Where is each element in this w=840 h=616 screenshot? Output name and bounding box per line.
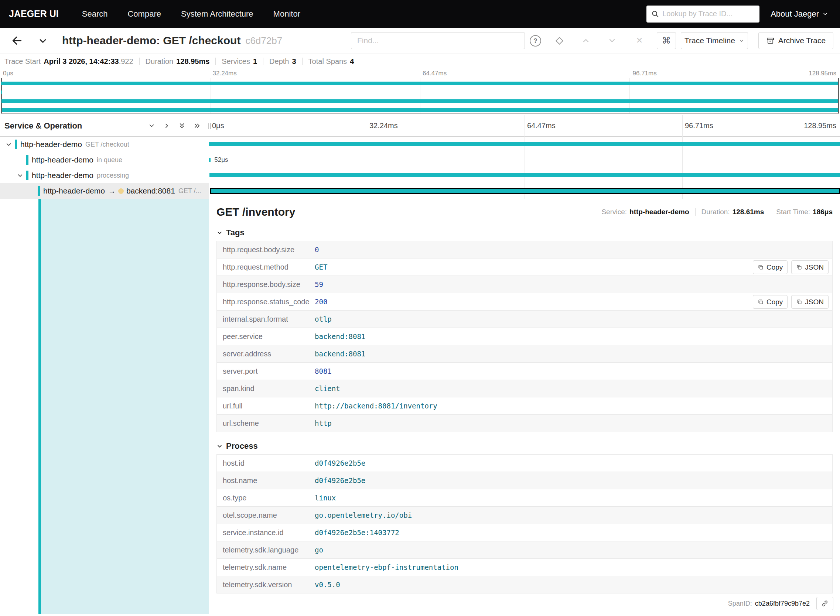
kv-row[interactable]: http.request.body.size0 <box>217 241 832 258</box>
kv-row[interactable]: server.port8081 <box>217 363 832 380</box>
find-input[interactable] <box>351 32 525 49</box>
services-value: 1 <box>253 57 257 66</box>
timeline-header: 0μs32.24ms64.47ms96.71ms128.95ms <box>209 115 840 136</box>
span-duration-bar[interactable] <box>210 173 840 177</box>
total-spans-value: 4 <box>350 57 354 66</box>
clear-search-button[interactable]: ✕ <box>633 34 646 47</box>
trace-header-collapse-toggle[interactable] <box>38 36 48 46</box>
deep-link-button[interactable] <box>817 597 833 610</box>
remote-service-name: backend:8081 <box>126 186 175 195</box>
kv-row[interactable]: service.instance.idd0f4926e2b5e:1403772 <box>217 524 832 541</box>
kv-row[interactable]: span.kindclient <box>217 380 832 397</box>
trace-lookup-input[interactable] <box>662 10 755 18</box>
span-color-bar <box>38 186 40 196</box>
timeline-tick: 0μs <box>3 70 13 77</box>
top-navbar: JAEGER UI SearchCompareSystem Architectu… <box>0 0 840 28</box>
copy-value-button[interactable]: Copy <box>753 260 787 274</box>
collapse-one-button[interactable] <box>148 122 155 129</box>
copy-icon <box>796 264 802 270</box>
span-operation-name: in queue <box>97 156 122 164</box>
collapse-all-button[interactable] <box>178 122 185 129</box>
keyboard-shortcuts-button[interactable]: ⌘ <box>657 32 676 49</box>
nav-item-monitor[interactable]: Monitor <box>263 0 310 28</box>
span-duration-bar[interactable] <box>209 142 840 146</box>
kv-key: telemetry.sdk.name <box>217 563 315 572</box>
next-result-button[interactable] <box>605 34 619 47</box>
kv-row[interactable]: telemetry.sdk.languagego <box>217 541 832 559</box>
span-timeline-cell <box>209 183 840 199</box>
kv-row[interactable]: internal.span.formatotlp <box>217 311 832 328</box>
nav-item-system-architecture[interactable]: System Architecture <box>171 0 263 28</box>
span-row[interactable]: http-header-demo→backend:8081GET /... <box>0 183 840 199</box>
span-detail-indent <box>0 199 209 614</box>
tags-section-toggle[interactable]: Tags <box>216 228 833 237</box>
kv-key: internal.span.format <box>217 315 315 324</box>
timeline-tick: 32.24ms <box>369 122 398 130</box>
span-detail-header: GET /inventory Service:http-header-demo … <box>216 205 833 219</box>
expand-all-button[interactable] <box>194 122 201 129</box>
kv-value: d0f4926e2b5e <box>315 477 365 484</box>
span-row[interactable]: http-header-demoin queue52μs <box>0 152 840 168</box>
span-name-cell[interactable]: http-header-demo→backend:8081GET /... <box>0 183 209 199</box>
span-children-toggle[interactable] <box>16 172 24 179</box>
copy-value-button[interactable]: Copy <box>753 295 787 309</box>
kv-row[interactable]: os.typelinux <box>217 489 832 507</box>
kv-row[interactable]: http.request.methodGETCopyJSON <box>217 258 832 276</box>
column-resizer[interactable] <box>207 123 212 129</box>
back-button[interactable] <box>9 33 25 48</box>
span-service-name: http-header-demo <box>43 186 105 195</box>
span-children-toggle[interactable] <box>4 141 13 148</box>
app-brand[interactable]: JAEGER UI <box>0 9 72 19</box>
timeline-tick: 96.71ms <box>633 70 657 77</box>
kv-row[interactable]: peer.servicebackend:8081 <box>217 328 832 345</box>
prev-result-button[interactable] <box>579 34 592 47</box>
nav-item-compare[interactable]: Compare <box>117 0 171 28</box>
span-row[interactable]: http-header-demoGET /checkout <box>0 136 840 152</box>
expand-one-button[interactable] <box>163 122 170 129</box>
kv-value: linux <box>315 494 336 502</box>
help-icon[interactable]: ? <box>530 35 541 47</box>
copy-json-button[interactable]: JSON <box>791 260 828 274</box>
span-duration-bar[interactable] <box>210 188 840 194</box>
diamond-icon[interactable] <box>555 37 563 45</box>
trace-start-label: Trace Start <box>4 57 41 66</box>
main-nav: SearchCompareSystem ArchitectureMonitor <box>72 0 310 28</box>
kv-value: 59 <box>315 280 323 289</box>
copy-json-button[interactable]: JSON <box>791 295 828 309</box>
kv-row[interactable]: http.response.status_code200CopyJSON <box>217 293 832 311</box>
kv-key: http.response.body.size <box>217 280 315 289</box>
span-name-cell[interactable]: http-header-demoGET /checkout <box>0 136 209 152</box>
span-timeline-cell <box>209 168 840 183</box>
kv-row[interactable]: telemetry.sdk.nameopentelemetry-ebpf-ins… <box>217 559 832 576</box>
kv-row[interactable]: host.idd0f4926e2b5e <box>217 455 832 472</box>
kv-value: opentelemetry-ebpf-instrumentation <box>315 563 458 571</box>
trace-view-dropdown-label: Trace Timeline <box>684 36 735 45</box>
span-row[interactable]: http-header-demoprocessing <box>0 168 840 183</box>
span-name-cell[interactable]: http-header-demoin queue <box>0 152 209 168</box>
timeline-minimap[interactable] <box>1 78 839 114</box>
process-section-toggle[interactable]: Process <box>216 442 833 450</box>
about-jaeger-menu[interactable]: About Jaeger <box>771 9 828 19</box>
kv-row[interactable]: url.fullhttp://backend:8081/inventory <box>217 397 832 415</box>
kv-row[interactable]: server.addressbackend:8081 <box>217 345 832 363</box>
duration-label: Duration: <box>702 208 730 216</box>
span-name-cell[interactable]: http-header-demoprocessing <box>0 168 209 183</box>
duration-label: Duration <box>145 57 173 66</box>
minimap-span-bar <box>1 82 839 85</box>
trace-view-dropdown[interactable]: Trace Timeline <box>681 32 748 49</box>
trace-lookup[interactable] <box>646 6 759 22</box>
kv-row[interactable]: telemetry.sdk.versionv0.5.0 <box>217 576 832 594</box>
span-timeline-cell <box>209 136 840 152</box>
remote-service-dot-icon <box>118 188 124 194</box>
kv-row[interactable]: url.schemehttp <box>217 415 832 432</box>
kv-row[interactable]: http.response.body.size59 <box>217 276 832 293</box>
span-duration-bar[interactable] <box>209 158 210 162</box>
archive-trace-button[interactable]: Archive Trace <box>758 32 833 49</box>
nav-item-search[interactable]: Search <box>72 0 118 28</box>
service-label: Service: <box>601 208 627 216</box>
kv-row[interactable]: host.named0f4926e2b5e <box>217 472 832 489</box>
kv-key: service.instance.id <box>217 528 315 537</box>
kv-key: server.port <box>217 367 315 375</box>
process-section: Process host.idd0f4926e2b5ehost.named0f4… <box>216 442 833 594</box>
kv-row[interactable]: otel.scope.namego.opentelemetry.io/obi <box>217 507 832 524</box>
